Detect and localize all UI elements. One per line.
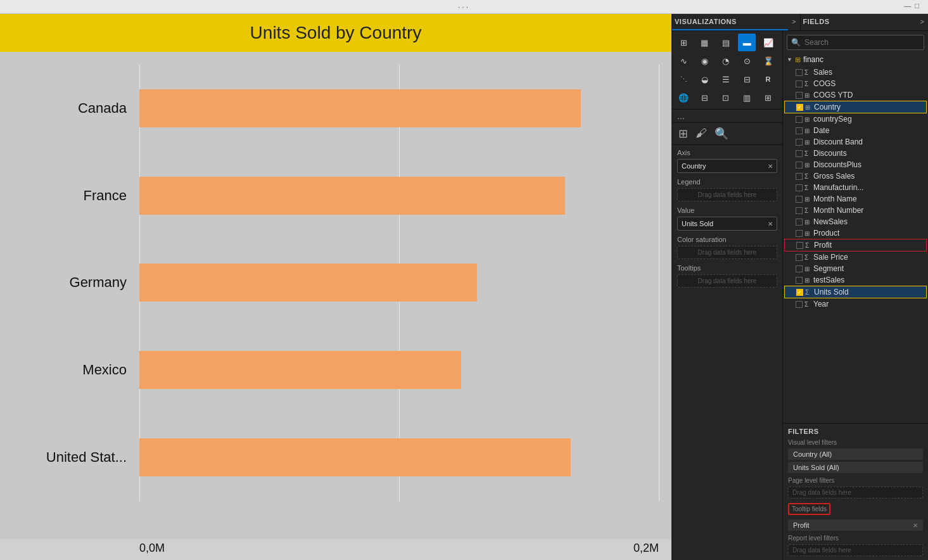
axis-field-clear[interactable]: ✕ — [768, 163, 773, 170]
field-item-newsales[interactable]: ⊞ NewSales — [784, 216, 927, 227]
field-item-countryseg[interactable]: ⊞ countrySeg — [784, 113, 927, 125]
stacked-bar-icon[interactable]: ▦ — [696, 34, 713, 51]
field-checkbox-saleprice — [796, 254, 803, 261]
field-label-segment: Segment — [813, 264, 844, 273]
tab-fields[interactable]: FIELDS — [800, 14, 917, 30]
r-icon[interactable]: R — [760, 70, 777, 88]
fields-config-icon[interactable]: ⊞ — [678, 127, 688, 141]
filters-header: FILTERS — [788, 428, 923, 435]
axis-field[interactable]: Country ✕ — [677, 159, 777, 173]
fields-group-header[interactable]: ▼ ⊞ financ — [784, 53, 927, 67]
bar-label-mexico: Mexico — [13, 362, 139, 378]
fields-search-box[interactable]: 🔍 — [787, 35, 924, 50]
fields-search-input[interactable] — [804, 38, 920, 47]
donut-icon[interactable]: ⊙ — [738, 52, 756, 70]
grid2-icon[interactable]: ⊡ — [717, 89, 735, 106]
axis-label-0: 0,0M — [139, 542, 165, 555]
top-bar-dots: ··· — [458, 3, 470, 11]
sigma-grosssales: Σ — [804, 173, 811, 180]
bar-chart-icon[interactable]: ▬ — [738, 34, 756, 51]
report-level-label: Report level filters — [788, 535, 923, 542]
icon-segment: ⊞ — [804, 265, 811, 272]
more-viz-icon[interactable]: ⊞ — [760, 89, 777, 106]
field-item-monthname[interactable]: ⊞ Month Name — [784, 193, 927, 205]
funnel-icon[interactable]: ⌛ — [760, 52, 777, 70]
visualizations-expand-icon[interactable]: > — [788, 14, 799, 30]
matrix-icon[interactable]: ⊟ — [738, 70, 756, 88]
minimize-icon[interactable]: — — [904, 2, 911, 10]
field-label-product: Product — [813, 229, 839, 238]
analytics-icon[interactable]: 🔍 — [715, 127, 728, 141]
field-item-country[interactable]: ✓ ⊞ Country — [784, 101, 927, 113]
filter-icon2[interactable]: ⊟ — [696, 89, 713, 106]
pie-chart-icon[interactable]: ◔ — [717, 52, 735, 70]
tooltip-profit-clear[interactable]: ✕ — [913, 522, 918, 529]
field-checkbox-discountsplus — [796, 162, 803, 169]
field-checkbox-country: ✓ — [796, 104, 803, 111]
legend-placeholder[interactable]: Drag data fields here — [677, 188, 777, 201]
field-item-unitssold[interactable]: ✓ Σ Units Sold — [784, 286, 927, 298]
gauge-icon[interactable]: ◒ — [696, 70, 713, 88]
page-level-label: Page level filters — [788, 477, 923, 484]
filter-country[interactable]: Country (All) — [788, 449, 923, 460]
field-checkbox-date — [796, 127, 803, 134]
bar-label-us: United Stat... — [13, 449, 139, 466]
viz-more-dots[interactable]: ... — [672, 110, 782, 123]
sigma-manufacturing: Σ — [804, 184, 811, 191]
kpi-icon[interactable]: ▥ — [738, 89, 756, 106]
field-item-discountsplus[interactable]: ⊞ DiscountsPlus — [784, 159, 927, 170]
line-chart-icon[interactable]: 📈 — [760, 34, 777, 51]
tooltip-profit-field[interactable]: Profit ✕ — [788, 519, 923, 531]
tooltips-placeholder[interactable]: Drag data fields here — [677, 274, 777, 288]
format-icon[interactable]: 🖌 — [696, 127, 707, 141]
report-placeholder[interactable]: Drag data fields here — [788, 544, 923, 556]
field-item-discounts[interactable]: Σ Discounts — [784, 148, 927, 159]
field-item-testsales[interactable]: ⊞ testSales — [784, 274, 927, 286]
window-controls: — □ — [904, 2, 919, 10]
map-icon[interactable]: ◉ — [696, 52, 713, 70]
search-icon: 🔍 — [791, 38, 801, 47]
field-item-segment[interactable]: ⊞ Segment — [784, 263, 927, 274]
field-label-cogsytd: COGS YTD — [813, 91, 853, 99]
field-item-discountband[interactable]: ⊞ Discount Band — [784, 136, 927, 148]
field-checkbox-cogsytd — [796, 92, 803, 99]
card-icon[interactable]: ☰ — [717, 70, 735, 88]
field-item-saleprice[interactable]: Σ Sale Price — [784, 251, 927, 263]
bar-track-canada — [139, 89, 659, 127]
field-label-discountsplus: DiscountsPlus — [813, 160, 861, 169]
icon-newsales: ⊞ — [804, 219, 811, 226]
field-checkbox-countryseg — [796, 116, 803, 123]
field-item-cogsytd[interactable]: ⊞ COGS YTD — [784, 89, 927, 101]
cluster-icon[interactable]: ▤ — [717, 34, 735, 51]
field-label-country: Country — [814, 103, 841, 111]
fields-tree: ▼ ⊞ financ Σ Sales Σ COGS — [783, 53, 928, 423]
filters-panel: FILTERS Visual level filters Country (Al… — [783, 423, 928, 560]
field-item-grosssales[interactable]: Σ Gross Sales — [784, 170, 927, 182]
field-checkbox-monthname — [796, 196, 803, 203]
table-icon[interactable]: ⊞ — [675, 34, 692, 51]
maximize-icon[interactable]: □ — [915, 2, 919, 10]
fields-expand-icon[interactable]: > — [917, 14, 928, 30]
field-label-monthnumber: Month Number — [813, 206, 863, 215]
globe-icon[interactable]: 🌐 — [675, 89, 692, 106]
value-field-clear[interactable]: ✕ — [768, 220, 773, 227]
scatter-icon[interactable]: ⋱ — [675, 70, 692, 88]
field-item-product[interactable]: ⊞ Product — [784, 227, 927, 239]
field-item-manufacturing[interactable]: Σ Manufacturin... — [784, 182, 927, 193]
field-item-year[interactable]: Σ Year — [784, 298, 927, 310]
field-item-date[interactable]: ⊞ Date — [784, 125, 927, 136]
area-chart-icon[interactable]: ∿ — [675, 52, 692, 70]
field-item-profit[interactable]: Σ Profit — [784, 239, 927, 251]
field-item-cogs[interactable]: Σ COGS — [784, 78, 927, 89]
field-item-sales[interactable]: Σ Sales — [784, 67, 927, 78]
color-saturation-placeholder[interactable]: Drag data fields here — [677, 246, 777, 259]
axis-section: Axis Country ✕ — [672, 145, 782, 174]
field-item-monthnumber[interactable]: Σ Month Number — [784, 205, 927, 216]
filter-units-sold[interactable]: Units Sold (All) — [788, 462, 923, 473]
chart-axis: 0,0M 0,2M — [0, 539, 671, 560]
page-placeholder[interactable]: Drag data fields here — [788, 487, 923, 499]
bar-row: United Stat... — [13, 432, 659, 483]
color-saturation-label: Color saturation — [677, 236, 777, 243]
value-field[interactable]: Units Sold ✕ — [677, 217, 777, 231]
tab-visualizations[interactable]: VISUALIZATIONS — [672, 14, 788, 30]
